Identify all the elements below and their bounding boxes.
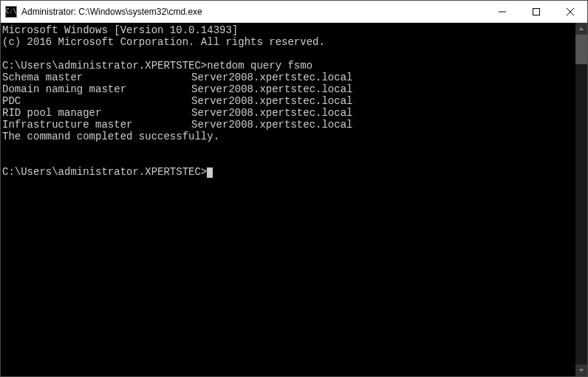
fsmo-row: Infrastructure masterServer2008.xpertste… <box>2 119 575 131</box>
blank-line <box>2 48 575 60</box>
scroll-thumb[interactable] <box>575 35 587 64</box>
fsmo-server: Server2008.xpertstec.local <box>191 72 352 83</box>
prompt: C:\Users\administrator.XPERTSTEC> <box>2 166 207 178</box>
window-controls <box>485 1 587 22</box>
scrollbar[interactable] <box>575 23 587 376</box>
svg-marker-5 <box>579 369 584 372</box>
fsmo-role: Infrastructure master <box>2 119 191 131</box>
command-line: C:\Users\administrator.XPERTSTEC>netdom … <box>2 60 575 72</box>
fsmo-role: Schema master <box>2 72 191 83</box>
banner-line: (c) 2016 Microsoft Corporation. All righ… <box>2 36 575 48</box>
scroll-up-button[interactable] <box>575 23 587 35</box>
svg-rect-1 <box>533 8 540 15</box>
cursor <box>207 167 213 178</box>
blank-line <box>2 142 575 154</box>
blank-line <box>2 154 575 166</box>
prompt: C:\Users\administrator.XPERTSTEC> <box>2 60 207 72</box>
prompt-line: C:\Users\administrator.XPERTSTEC> <box>2 166 575 178</box>
completion-line: The command completed successfully. <box>2 131 575 142</box>
fsmo-server: Server2008.xpertstec.local <box>191 83 352 95</box>
minimize-button[interactable] <box>485 1 519 22</box>
fsmo-row: Schema masterServer2008.xpertstec.local <box>2 72 575 83</box>
window-title: Administrator: C:\Windows\system32\cmd.e… <box>21 7 485 17</box>
fsmo-row: Domain naming masterServer2008.xpertstec… <box>2 83 575 95</box>
fsmo-row: PDCServer2008.xpertstec.local <box>2 95 575 107</box>
terminal-container: Microsoft Windows [Version 10.0.14393](c… <box>1 23 587 376</box>
titlebar[interactable]: C:\ Administrator: C:\Windows\system32\c… <box>1 1 587 23</box>
cmd-window: C:\ Administrator: C:\Windows\system32\c… <box>0 0 588 377</box>
scroll-down-button[interactable] <box>575 364 587 376</box>
fsmo-role: Domain naming master <box>2 83 191 95</box>
fsmo-server: Server2008.xpertstec.local <box>191 119 352 131</box>
fsmo-role: RID pool manager <box>2 107 191 119</box>
close-button[interactable] <box>553 1 587 22</box>
fsmo-server: Server2008.xpertstec.local <box>191 95 352 107</box>
command-text: netdom query fsmo <box>207 60 312 72</box>
banner-line: Microsoft Windows [Version 10.0.14393] <box>2 24 575 36</box>
cmd-icon: C:\ <box>5 6 17 18</box>
fsmo-role: PDC <box>2 95 191 107</box>
maximize-button[interactable] <box>519 1 553 22</box>
svg-marker-4 <box>579 27 584 30</box>
fsmo-row: RID pool managerServer2008.xpertstec.loc… <box>2 107 575 119</box>
terminal[interactable]: Microsoft Windows [Version 10.0.14393](c… <box>1 23 575 376</box>
fsmo-server: Server2008.xpertstec.local <box>191 107 352 119</box>
